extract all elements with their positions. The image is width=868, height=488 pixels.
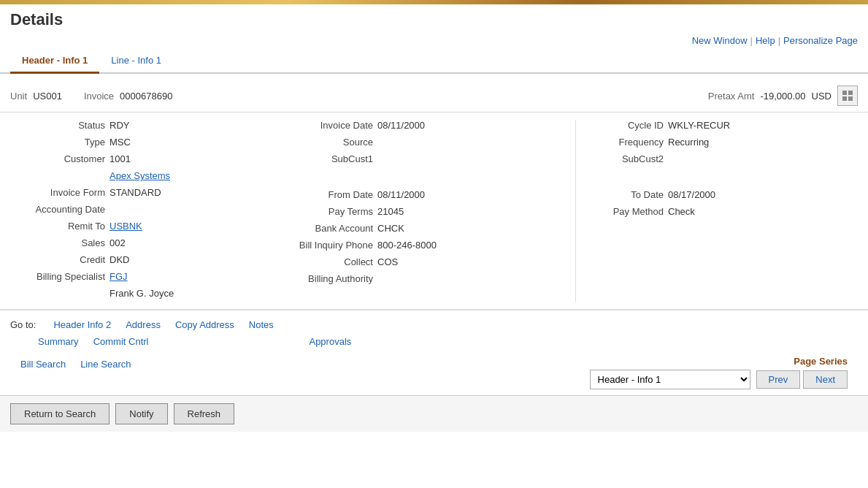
sales-value: 002 [110, 237, 126, 248]
pay-terms-label: Pay Terms [293, 206, 373, 217]
bill-search-link[interactable]: Bill Search [20, 359, 66, 370]
goto-approvals[interactable]: Approvals [309, 336, 351, 347]
col2: Invoice Date 08/11/2000 Source SubCust1 … [293, 120, 575, 302]
field-frequency: Frequency Recurring [591, 137, 858, 148]
to-date-value: 08/17/2000 [668, 189, 715, 200]
accounting-date-label: Accounting Date [10, 204, 105, 215]
goto-header-info-2[interactable]: Header Info 2 [53, 319, 111, 330]
invoice-form-label: Invoice Form [10, 187, 105, 198]
field-to-date: To Date 08/17/2000 [591, 189, 858, 200]
to-date-label: To Date [591, 189, 664, 200]
bill-inquiry-value: 800-246-8000 [377, 240, 437, 251]
field-blank2 [293, 170, 575, 183]
status-value: RDY [110, 120, 129, 131]
goto-row2: Summary Commit Cntrl Approvals [10, 333, 858, 350]
return-to-search-button[interactable]: Return to Search [10, 403, 110, 424]
bill-inquiry-label: Bill Inquiry Phone [293, 240, 373, 251]
billing-specialist-label: Billing Specialist [10, 271, 105, 282]
from-date-value: 08/11/2000 [377, 189, 425, 200]
cycle-id-value: WKLY-RECUR [668, 120, 730, 131]
refresh-button[interactable]: Refresh [174, 403, 235, 424]
svg-rect-2 [842, 96, 847, 101]
field-status: Status RDY [10, 120, 293, 131]
customer-value: 1001 [110, 153, 131, 164]
field-customer: Customer 1001 [10, 153, 293, 164]
billing-specialist-value[interactable]: FGJ [110, 271, 128, 282]
credit-value: DKD [110, 254, 129, 265]
source-label: Source [293, 137, 373, 148]
bottom-area: Bill Search Line Search Page Series Head… [0, 356, 868, 395]
new-window-link[interactable]: New Window [692, 35, 748, 46]
pretax-value: -19,000.00 [760, 91, 805, 102]
invoice-group: Invoice 0000678690 [84, 91, 173, 102]
apex-link[interactable]: Apex Systems [110, 170, 170, 181]
page-series-label: Page Series [794, 356, 848, 367]
field-credit: Credit DKD [10, 254, 293, 265]
field-invoice-date: Invoice Date 08/11/2000 [293, 120, 575, 131]
field-invoice-form: Invoice Form STANDARD [10, 187, 293, 198]
tab-line-info-1[interactable]: Line - Info 1 [99, 49, 173, 74]
field-pay-method: Pay Method Check [591, 206, 858, 217]
field-subcust1: SubCust1 [293, 153, 575, 164]
field-collect: Collect COS [293, 256, 575, 267]
goto-notes[interactable]: Notes [249, 319, 274, 330]
field-sales: Sales 002 [10, 237, 293, 248]
prev-button[interactable]: Prev [756, 370, 801, 389]
pay-terms-value: 21045 [377, 206, 404, 217]
field-billing-authority: Billing Authority [293, 273, 575, 284]
pretax-currency: USD [812, 91, 831, 102]
remit-to-value[interactable]: USBNK [110, 221, 142, 232]
field-bank-account: Bank Account CHCK [293, 223, 575, 234]
page-series-controls: Prev Next [756, 370, 848, 389]
field-remit-to: Remit To USBNK [10, 221, 293, 232]
field-source: Source [293, 137, 575, 148]
field-accounting-date: Accounting Date [10, 204, 293, 215]
search-links: Bill Search Line Search [10, 356, 142, 375]
notify-button[interactable]: Notify [115, 403, 167, 424]
type-label: Type [10, 137, 105, 148]
frank-value: Frank G. Joyce [110, 288, 174, 299]
top-links-bar: New Window | Help | Personalize Page [0, 32, 868, 49]
billing-authority-label: Billing Authority [293, 273, 373, 284]
goto-copy-address[interactable]: Copy Address [175, 319, 234, 330]
goto-address[interactable]: Address [126, 319, 161, 330]
remit-to-label: Remit To [10, 221, 105, 232]
invoice-label: Invoice [84, 91, 114, 102]
help-link[interactable]: Help [756, 35, 775, 46]
bank-account-value: CHCK [377, 223, 404, 234]
field-cycle-id: Cycle ID WKLY-RECUR [591, 120, 858, 131]
field-blank3 [591, 170, 858, 183]
collect-label: Collect [293, 256, 373, 267]
sep1: | [750, 35, 753, 46]
footer: Return to Search Notify Refresh [0, 395, 868, 432]
page-series-dropdown[interactable]: Header - Info 1 Header - Info 2 Line - I… [590, 370, 750, 389]
field-bill-inquiry: Bill Inquiry Phone 800-246-8000 [293, 240, 575, 251]
frequency-value: Recurring [668, 137, 709, 148]
goto-summary[interactable]: Summary [38, 336, 79, 347]
goto-label: Go to: [10, 319, 36, 330]
unit-label: Unit [10, 91, 27, 102]
from-date-label: From Date [293, 189, 373, 200]
unit-group: Unit US001 [10, 91, 62, 102]
tabs-bar: Header - Info 1 Line - Info 1 [0, 49, 868, 74]
grid-icon[interactable] [837, 85, 858, 106]
page-series: Page Series Header - Info 1 Header - Inf… [580, 356, 858, 389]
goto-commit-cntrl[interactable]: Commit Cntrl [93, 336, 149, 347]
customer-label: Customer [10, 153, 105, 164]
next-button[interactable]: Next [803, 370, 848, 389]
pay-method-value: Check [668, 206, 695, 217]
tab-header-info-1[interactable]: Header - Info 1 [10, 49, 99, 74]
sep2: | [778, 35, 780, 46]
credit-label: Credit [10, 254, 105, 265]
line-search-link[interactable]: Line Search [80, 359, 131, 370]
col3: Cycle ID WKLY-RECUR Frequency Recurring … [575, 120, 858, 302]
col1: Status RDY Type MSC Customer 1001 Apex S… [10, 120, 293, 302]
field-billing-specialist: Billing Specialist FGJ [10, 271, 293, 282]
field-pay-terms: Pay Terms 21045 [293, 206, 575, 217]
page-title: Details [0, 4, 868, 32]
field-frank: Frank G. Joyce [10, 288, 293, 299]
status-label: Status [10, 120, 105, 131]
svg-rect-3 [848, 96, 853, 101]
personalize-page-link[interactable]: Personalize Page [783, 35, 858, 46]
frequency-label: Frequency [591, 137, 664, 148]
